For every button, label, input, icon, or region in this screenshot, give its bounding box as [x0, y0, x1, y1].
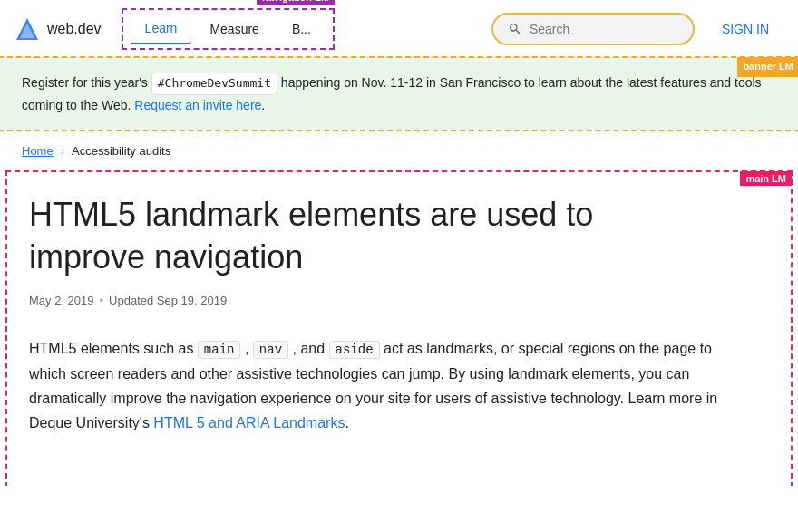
body-period: . [345, 415, 348, 430]
nav-item-blog[interactable]: B... [277, 15, 326, 44]
breadcrumb-current: Accessibility audits [72, 144, 170, 158]
logo-text: web.dev [47, 21, 102, 37]
banner-text-before: Register for this year's [22, 75, 148, 90]
breadcrumb-separator: › [61, 144, 64, 158]
nav-item-measure[interactable]: Measure [195, 15, 273, 44]
nav-item-learn[interactable]: Learn [131, 14, 192, 44]
banner-invite-link[interactable]: Request an invite here [134, 98, 261, 112]
nav-landmark-label: navigation LM [257, 0, 335, 5]
article-date: May 2, 2019 [29, 294, 94, 307]
meta-separator: • [100, 294, 104, 307]
search-area [493, 15, 693, 44]
main-content: main LM HTML5 landmark elements are used… [7, 172, 791, 486]
breadcrumb: Home › Accessibility audits [0, 130, 798, 172]
main-landmark-label: main LM [740, 171, 792, 186]
banner: banner LM Register for this year's #Chro… [0, 58, 798, 130]
search-icon [508, 22, 522, 36]
webdev-logo-icon [15, 16, 40, 42]
article-title: HTML5 landmark elements are used to impr… [29, 194, 718, 279]
body-text-before: HTML5 elements such as [29, 341, 193, 356]
main-nav: navigation LM Learn Measure B... [123, 10, 333, 48]
body-and: , and [293, 341, 326, 356]
search-input[interactable] [530, 22, 678, 36]
breadcrumb-home[interactable]: Home [22, 144, 54, 158]
code-main: main [198, 341, 241, 359]
article-meta: May 2, 2019 • Updated Sep 19, 2019 [29, 294, 769, 307]
article-paragraph-1: HTML5 elements such as main , nav , and … [29, 336, 718, 435]
hashtag-badge: #ChromeDevSummit [151, 73, 277, 95]
logo-area[interactable]: web.dev [15, 16, 102, 42]
deque-link[interactable]: HTML 5 and ARIA Landmarks [153, 415, 345, 430]
code-aside: aside [329, 341, 380, 359]
banner-landmark-label: banner LM [737, 57, 798, 77]
banner-period: . [261, 98, 265, 112]
article-updated: Updated Sep 19, 2019 [109, 294, 227, 307]
sign-in-button[interactable]: SIGN IN [707, 15, 783, 44]
code-nav: nav [253, 341, 288, 359]
header: web.dev navigation LM Learn Measure B...… [0, 0, 798, 58]
article-body: HTML5 elements such as main , nav , and … [29, 336, 718, 435]
body-comma-1: , [245, 341, 248, 356]
